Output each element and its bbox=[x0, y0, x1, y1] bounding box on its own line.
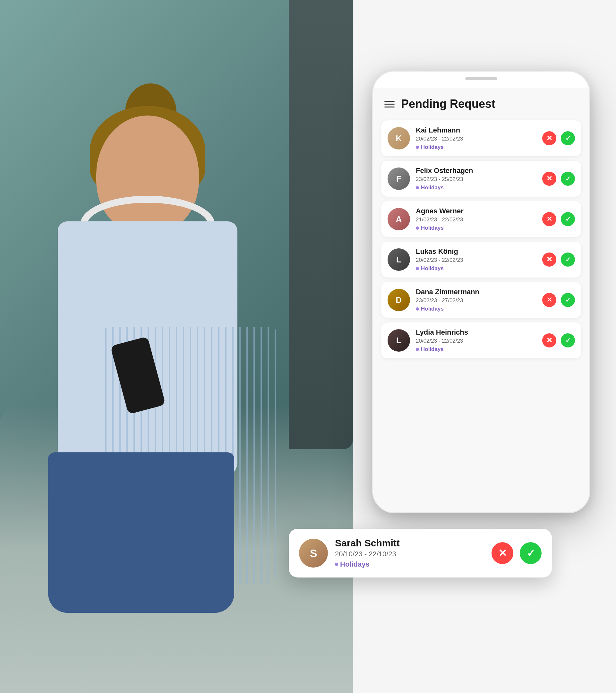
request-list: K Kai Lehmann 20/02/23 - 22/02/23 Holida… bbox=[373, 117, 589, 361]
sarah-dates: 20/10/23 - 22/10/23 bbox=[335, 550, 492, 558]
request-card-felix: F Felix Osterhagen 23/02/23 - 25/02/23 H… bbox=[381, 161, 581, 197]
name-lydia: Lydia Heinrichs bbox=[416, 328, 542, 337]
type-agnes: Holidays bbox=[416, 225, 542, 231]
type-dot-kai bbox=[416, 146, 419, 149]
actions-felix: ✕ ✓ bbox=[542, 172, 575, 186]
actions-agnes: ✕ ✓ bbox=[542, 212, 575, 226]
menu-icon[interactable] bbox=[384, 101, 395, 107]
reject-button-dana[interactable]: ✕ bbox=[542, 293, 556, 307]
info-agnes: Agnes Werner 21/02/23 - 22/02/23 Holiday… bbox=[416, 207, 542, 231]
app-header: Pending Request bbox=[373, 87, 589, 117]
page-title: Pending Request bbox=[401, 97, 495, 111]
request-card-lukas: L Lukas König 20/02/23 - 22/02/23 Holida… bbox=[381, 242, 581, 278]
sarah-info: Sarah Schmitt 20/10/23 - 22/10/23 Holida… bbox=[335, 538, 492, 569]
background-photo bbox=[0, 0, 353, 693]
request-card-kai: K Kai Lehmann 20/02/23 - 22/02/23 Holida… bbox=[381, 120, 581, 156]
type-dot-agnes bbox=[416, 226, 419, 230]
approve-button-dana[interactable]: ✓ bbox=[561, 293, 575, 307]
avatar-kai: K bbox=[388, 127, 410, 150]
approve-button-lydia[interactable]: ✓ bbox=[561, 333, 575, 348]
floating-card-sarah: S Sarah Schmitt 20/10/23 - 22/10/23 Holi… bbox=[289, 529, 552, 577]
approve-button-lukas[interactable]: ✓ bbox=[561, 253, 575, 266]
actions-dana: ✕ ✓ bbox=[542, 293, 575, 307]
sarah-type: Holidays bbox=[335, 560, 492, 569]
avatar-felix: F bbox=[388, 167, 410, 190]
reject-button-sarah[interactable]: ✕ bbox=[492, 542, 513, 564]
dates-felix: 23/02/23 - 25/02/23 bbox=[416, 176, 542, 182]
reject-button-lukas[interactable]: ✕ bbox=[542, 253, 556, 266]
sarah-name: Sarah Schmitt bbox=[335, 538, 492, 549]
approve-button-sarah[interactable]: ✓ bbox=[520, 542, 541, 564]
phone-speaker bbox=[465, 77, 497, 80]
reject-button-felix[interactable]: ✕ bbox=[542, 172, 556, 186]
phone-mockup: Pending Request K Kai Lehmann 20/02/23 -… bbox=[372, 71, 590, 513]
dates-lydia: 20/02/23 - 22/02/23 bbox=[416, 338, 542, 344]
type-dot-sarah bbox=[335, 563, 338, 566]
info-lukas: Lukas König 20/02/23 - 22/02/23 Holidays bbox=[416, 248, 542, 272]
type-lydia: Holidays bbox=[416, 346, 542, 353]
name-lukas: Lukas König bbox=[416, 248, 542, 256]
request-card-dana: D Dana Zimmermann 23/02/23 - 27/02/23 Ho… bbox=[381, 282, 581, 318]
type-kai: Holidays bbox=[416, 144, 542, 151]
type-dana: Holidays bbox=[416, 306, 542, 312]
name-dana: Dana Zimmermann bbox=[416, 288, 542, 296]
type-felix: Holidays bbox=[416, 184, 542, 191]
approve-button-felix[interactable]: ✓ bbox=[561, 172, 575, 186]
reject-button-kai[interactable]: ✕ bbox=[542, 131, 556, 145]
actions-lydia: ✕ ✓ bbox=[542, 333, 575, 348]
actions-kai: ✕ ✓ bbox=[542, 131, 575, 145]
avatar-lukas: L bbox=[388, 248, 410, 271]
info-felix: Felix Osterhagen 23/02/23 - 25/02/23 Hol… bbox=[416, 166, 542, 191]
dates-kai: 20/02/23 - 22/02/23 bbox=[416, 136, 542, 142]
actions-lukas: ✕ ✓ bbox=[542, 253, 575, 266]
approve-button-kai[interactable]: ✓ bbox=[561, 131, 575, 145]
type-dot-lydia bbox=[416, 348, 419, 351]
avatar-lydia: L bbox=[388, 329, 410, 352]
reject-button-agnes[interactable]: ✕ bbox=[542, 212, 556, 226]
dates-agnes: 21/02/23 - 22/02/23 bbox=[416, 217, 542, 223]
type-lukas: Holidays bbox=[416, 265, 542, 272]
dates-lukas: 20/02/23 - 22/02/23 bbox=[416, 257, 542, 263]
info-dana: Dana Zimmermann 23/02/23 - 27/02/23 Holi… bbox=[416, 288, 542, 312]
name-kai: Kai Lehmann bbox=[416, 126, 542, 134]
type-dot-lukas bbox=[416, 267, 419, 270]
phone-screen: Pending Request K Kai Lehmann 20/02/23 -… bbox=[373, 87, 589, 512]
person-silhouette bbox=[16, 116, 305, 661]
name-agnes: Agnes Werner bbox=[416, 207, 542, 215]
request-card-agnes: A Agnes Werner 21/02/23 - 22/02/23 Holid… bbox=[381, 201, 581, 237]
reject-button-lydia[interactable]: ✕ bbox=[542, 333, 556, 348]
info-kai: Kai Lehmann 20/02/23 - 22/02/23 Holidays bbox=[416, 126, 542, 151]
approve-button-agnes[interactable]: ✓ bbox=[561, 212, 575, 226]
avatar-sarah: S bbox=[299, 539, 328, 568]
legs bbox=[48, 452, 234, 613]
avatar-dana: D bbox=[388, 289, 410, 311]
avatar-agnes: A bbox=[388, 208, 410, 230]
dates-dana: 23/02/23 - 27/02/23 bbox=[416, 297, 542, 304]
type-dot-dana bbox=[416, 308, 419, 311]
name-felix: Felix Osterhagen bbox=[416, 166, 542, 175]
type-dot-felix bbox=[416, 186, 419, 189]
sarah-actions: ✕ ✓ bbox=[492, 542, 541, 564]
info-lydia: Lydia Heinrichs 20/02/23 - 22/02/23 Holi… bbox=[416, 328, 542, 353]
request-card-lydia: L Lydia Heinrichs 20/02/23 - 22/02/23 Ho… bbox=[381, 322, 581, 358]
